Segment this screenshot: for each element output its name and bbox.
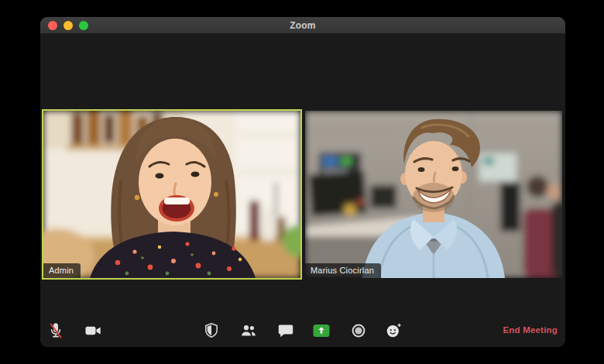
- traffic-lights: [48, 17, 88, 33]
- reactions-button[interactable]: [382, 319, 405, 342]
- minimize-window-button[interactable]: [63, 21, 73, 30]
- participant-name-tag: Admin: [43, 263, 81, 278]
- maximize-window-button[interactable]: [79, 21, 88, 30]
- participant-name-tag: Marius Ciocirlan: [305, 263, 381, 278]
- record-icon: [349, 321, 368, 340]
- marius-video-feed: [305, 111, 562, 278]
- video-tile-admin[interactable]: Admin: [43, 111, 300, 278]
- share-screen-button[interactable]: [310, 319, 333, 342]
- participants-icon: [239, 321, 258, 340]
- end-meeting-button[interactable]: End Meeting: [503, 321, 558, 339]
- mute-button[interactable]: [44, 319, 67, 342]
- desktop-background: { "window": { "title": "Zoom" }, "titleb…: [0, 0, 604, 364]
- admin-video-feed: [43, 111, 300, 278]
- video-camera-icon: [84, 321, 102, 340]
- shield-icon: [202, 321, 221, 340]
- reactions-smiley-icon: [384, 321, 403, 340]
- video-stage: Admin: [40, 33, 565, 325]
- chat-button[interactable]: [274, 319, 297, 342]
- share-screen-icon: [312, 323, 331, 338]
- window-title: Zoom: [290, 20, 315, 31]
- video-button[interactable]: [81, 319, 105, 342]
- security-button[interactable]: [200, 319, 223, 342]
- zoom-window: Zoom: [40, 17, 565, 347]
- chat-bubble-icon: [276, 321, 295, 340]
- record-button[interactable]: [347, 319, 370, 342]
- close-window-button[interactable]: [48, 21, 57, 30]
- meeting-toolbar: End Meeting: [40, 325, 565, 347]
- participants-button[interactable]: [237, 319, 260, 342]
- video-tile-marius[interactable]: Marius Ciocirlan: [305, 111, 562, 278]
- titlebar: Zoom: [40, 17, 565, 34]
- microphone-muted-icon: [46, 321, 65, 340]
